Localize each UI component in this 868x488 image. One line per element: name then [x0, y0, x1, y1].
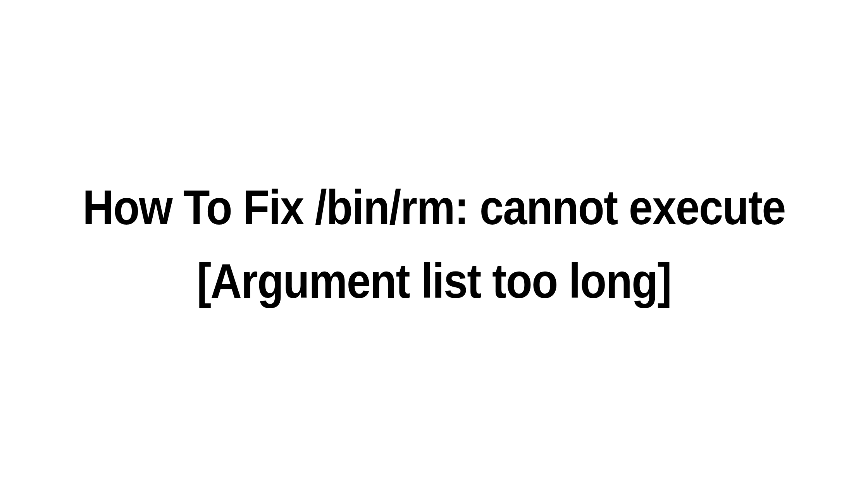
title-container: How To Fix /bin/rm: cannot execute [Argu…: [0, 170, 868, 318]
title-text: How To Fix /bin/rm: cannot execute [Argu…: [79, 170, 789, 318]
title-line-1: How To Fix /bin/rm: cannot execute: [83, 180, 785, 235]
title-line-2: [Argument list too long]: [197, 253, 671, 308]
